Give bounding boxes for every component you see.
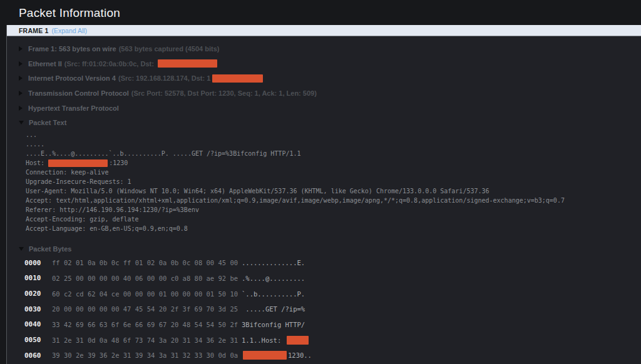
hex-ascii: `..b..........P.	[242, 290, 305, 298]
expand-triangle-icon	[19, 61, 23, 66]
packet-bytes-section-header[interactable]: Packet Bytes	[7, 241, 641, 256]
hex-offset: 0020	[24, 290, 52, 298]
protocol-name: Frame 1: 563 bytes on wire	[28, 45, 116, 53]
text-segment: Accept: text/html,application/xhtml+xml,…	[26, 196, 565, 205]
hex-row: 004033 42 69 66 63 6f 6e 66 69 67 20 48 …	[7, 317, 641, 333]
text-segment: .....	[26, 139, 44, 149]
text-segment: Connection: keep-alive	[26, 168, 108, 177]
collapse-triangle-icon	[19, 247, 24, 251]
text-segment: .%....@.........	[242, 275, 305, 282]
text-segment: User-Agent: Mozilla/5.0 (Windows NT 10.0…	[26, 186, 490, 196]
hex-offset: 0050	[24, 336, 52, 344]
expand-triangle-icon	[19, 76, 23, 81]
text-segment: Referer: http://146.190.96.194:1230/?ip=…	[26, 205, 199, 215]
text-segment: .....GET /?ip=%	[242, 305, 305, 313]
frame-label: FRAME 1	[19, 27, 49, 34]
text-segment: Host:	[26, 158, 48, 168]
packet-text-line: Host: :1230	[26, 158, 641, 168]
hex-bytes: ff 02 01 0a 0b 0c ff 01 02 0a 0b 0c 08 0…	[52, 259, 242, 266]
packet-text-line: .....	[26, 139, 641, 149]
protocol-sections: Frame 1: 563 bytes on wire (563 bytes ca…	[7, 36, 641, 130]
protocol-name: Internet Protocol Version 4	[28, 74, 116, 82]
protocol-name: Transmission Control Protocol	[28, 89, 129, 97]
packet-text-line: ...	[26, 130, 641, 139]
redaction-block	[212, 74, 263, 83]
redaction-block	[287, 336, 309, 345]
packet-text-section-header[interactable]: Packet Text	[7, 115, 641, 130]
hex-ascii: 3Bifconfig HTTP/	[242, 321, 305, 328]
hex-bytes: 02 25 00 00 00 00 40 06 00 00 c0 a8 80 a…	[52, 275, 242, 282]
packet-panel: FRAME 1 (Expand All) Frame 1: 563 bytes …	[6, 25, 641, 364]
expand-triangle-icon	[19, 91, 23, 96]
hex-row: 002060 c2 cd 62 04 ce 00 00 00 01 00 00 …	[7, 286, 641, 301]
hex-row: 0000ff 02 01 0a 0b 0c ff 01 02 0a 0b 0c …	[7, 255, 641, 271]
text-segment: Upgrade-Insecure-Requests: 1	[26, 177, 131, 186]
hex-bytes: 31 2e 31 0d 0a 48 6f 73 74 3a 20 31 34 3…	[52, 336, 242, 344]
packet-text-line: Upgrade-Insecure-Requests: 1	[26, 177, 641, 186]
packet-bytes-header-label: Packet Bytes	[29, 245, 72, 253]
text-segment: Accept-Encoding: gzip, deflate	[26, 215, 139, 224]
hex-row: 006039 30 2e 39 36 2e 31 39 34 3a 31 32 …	[7, 348, 641, 363]
redaction-block	[158, 59, 217, 68]
protocol-name: Ethernet II	[28, 60, 62, 68]
protocol-detail: (Src: 192.168.128.174, Dst: 1	[118, 74, 210, 82]
protocol-detail: (Src Port: 52578, Dst Port: 1230, Seq: 1…	[131, 89, 317, 97]
collapsed-protocol-list: Frame 1: 563 bytes on wire (563 bytes ca…	[7, 41, 641, 115]
text-segment: 3Bifconfig HTTP/	[242, 321, 305, 328]
redaction-block	[48, 159, 108, 167]
packet-text-body: ............E..%....@.........`..b......…	[7, 130, 641, 233]
text-segment: :1230	[109, 158, 128, 168]
packet-text-line: Connection: keep-alive	[26, 168, 641, 177]
hex-bytes: 60 c2 cd 62 04 ce 00 00 00 01 00 00 00 0…	[52, 290, 242, 298]
hex-ascii: .....GET /?ip=%	[242, 305, 305, 313]
text-segment: 1230..	[288, 351, 312, 359]
hex-bytes: 33 42 69 66 63 6f 6e 66 69 67 20 48 54 5…	[52, 321, 242, 328]
hex-ascii: 1.1..Host:	[242, 336, 310, 345]
protocol-name: Hypertext Transfer Protocol	[28, 104, 119, 112]
text-segment: ..............E.	[242, 259, 305, 266]
protocol-detail: (563 bytes captured (4504 bits)	[119, 45, 220, 53]
packet-text-line: Accept-Language: en-GB,en-US;q=0.9,en;q=…	[26, 224, 641, 233]
text-segment: Accept-Language: en-GB,en-US;q=0.9,en;q=…	[26, 224, 188, 233]
text-segment: ...	[26, 130, 37, 139]
hex-ascii: 1230..	[242, 351, 312, 360]
protocol-detail: (Src: ff:01:02:0a:0b:0c, Dst:	[64, 60, 156, 68]
hex-offset: 0030	[24, 305, 52, 313]
collapse-triangle-icon	[19, 121, 24, 124]
hex-offset: 0010	[24, 274, 52, 282]
packet-text-line: Accept-Encoding: gzip, deflate	[26, 215, 641, 224]
hex-offset: 0060	[24, 351, 52, 360]
hex-ascii: ..............E.	[242, 259, 305, 266]
redaction-block	[243, 351, 287, 360]
text-segment: ....E..%....@.........`..b..........P. .…	[26, 149, 301, 158]
hex-row: 001002 25 00 00 00 00 40 06 00 00 c0 a8 …	[7, 271, 641, 286]
hex-dump-body: 0000ff 02 01 0a 0b 0c ff 01 02 0a 0b 0c …	[7, 255, 641, 363]
title-bar: Packet Information	[0, 0, 641, 25]
page-title: Packet Information	[19, 6, 641, 20]
packet-text-line: Referer: http://146.190.96.194:1230/?ip=…	[26, 205, 641, 215]
protocol-section-row[interactable]: Hypertext Transfer Protocol	[7, 101, 641, 116]
text-segment: 1.1..Host:	[242, 336, 285, 344]
protocol-section-row[interactable]: Internet Protocol Version 4 (Src: 192.16…	[7, 71, 641, 86]
hex-offset: 0000	[24, 259, 52, 267]
hex-ascii: .%....@.........	[242, 275, 305, 282]
hex-offset: 0040	[24, 320, 52, 328]
packet-text-line: User-Agent: Mozilla/5.0 (Windows NT 10.0…	[26, 186, 641, 196]
expand-triangle-icon	[19, 46, 23, 51]
hex-row: 005031 2e 31 0d 0a 48 6f 73 74 3a 20 31 …	[7, 332, 641, 348]
packet-text-line: Accept: text/html,application/xhtml+xml,…	[26, 196, 641, 205]
expand-all-link[interactable]: (Expand All)	[52, 27, 88, 34]
protocol-section-row[interactable]: Ethernet II (Src: ff:01:02:0a:0b:0c, Dst…	[7, 56, 641, 71]
protocol-section-row[interactable]: Transmission Control Protocol (Src Port:…	[7, 86, 641, 101]
text-segment: `..b..........P.	[242, 290, 305, 298]
packet-text-header-label: Packet Text	[29, 119, 66, 126]
hex-bytes: 20 00 00 00 00 00 47 45 54 20 2f 3f 69 7…	[52, 305, 242, 313]
hex-row: 003020 00 00 00 00 00 47 45 54 20 2f 3f …	[7, 301, 641, 317]
frame-header-bar: FRAME 1 (Expand All)	[7, 25, 641, 36]
protocol-section-row[interactable]: Frame 1: 563 bytes on wire (563 bytes ca…	[7, 41, 641, 56]
expand-triangle-icon	[19, 106, 23, 111]
packet-text-line: ....E..%....@.........`..b..........P. .…	[26, 149, 641, 158]
hex-bytes: 39 30 2e 39 36 2e 31 39 34 3a 31 32 33 3…	[52, 351, 242, 359]
